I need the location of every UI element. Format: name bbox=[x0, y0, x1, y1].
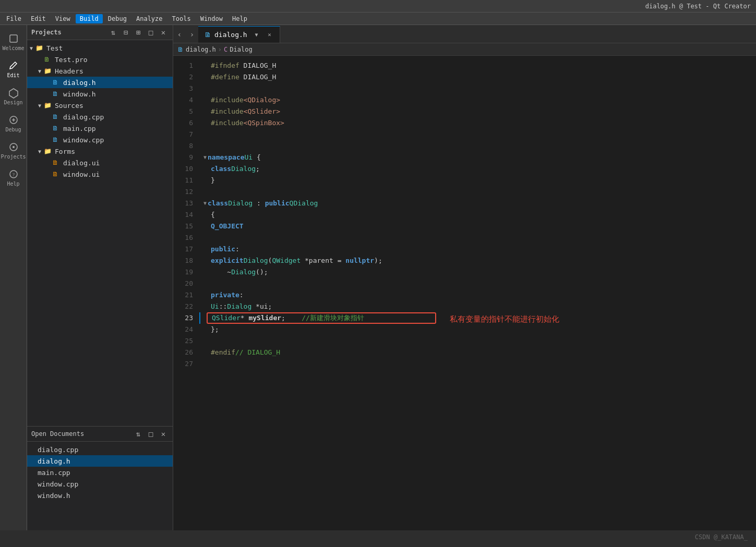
open-docs-list: dialog.cppdialog.hmain.cppwindow.cppwind… bbox=[27, 442, 173, 530]
sidebar-design[interactable]: Design bbox=[2, 83, 25, 108]
sidebar-welcome[interactable]: Welcome bbox=[2, 29, 25, 54]
code-line-4: #include <QDialog> bbox=[199, 94, 756, 106]
tree-header-icons: ⇅ ⊟ ⊞ □ ✕ bbox=[108, 27, 169, 38]
titlebar-text: dialog.h @ Test - Qt Creator bbox=[645, 3, 751, 10]
svg-text:?: ? bbox=[13, 172, 15, 177]
tree-item-Headers[interactable]: ▼📁Headers bbox=[27, 65, 173, 77]
tab-close-icon[interactable]: ✕ bbox=[266, 31, 273, 39]
code-editor[interactable]: 1234567891011121314151617181920212223242… bbox=[173, 56, 756, 530]
editor-area: ‹ › 🗎 dialog.h ▼ ✕ 🗎 dialog.h › C Dialog… bbox=[173, 25, 756, 530]
line-num-10: 10 bbox=[173, 163, 193, 175]
code-line-14: { bbox=[199, 209, 756, 221]
watermark: CSDN @_KATANA_ bbox=[695, 533, 748, 541]
main-layout: WelcomeEditDesignDebugProjects?Help Proj… bbox=[0, 25, 756, 530]
line-num-16: 16 bbox=[173, 232, 193, 244]
line-num-9: 9 bbox=[173, 152, 193, 163]
breadcrumb-class-icon: C bbox=[224, 46, 227, 53]
menu-item-view[interactable]: View bbox=[51, 14, 75, 23]
tree-item-Test[interactable]: ▼📁Test bbox=[27, 42, 173, 54]
menu-item-tools[interactable]: Tools bbox=[168, 14, 195, 23]
menu-item-debug[interactable]: Debug bbox=[104, 14, 131, 23]
line-num-22: 22 bbox=[173, 301, 193, 312]
doc-item-main-cpp[interactable]: main.cpp bbox=[27, 467, 173, 478]
line-num-21: 21 bbox=[173, 289, 193, 301]
code-line-20 bbox=[199, 278, 756, 289]
tree-item-Test-pro[interactable]: 🗎Test.pro bbox=[27, 54, 173, 65]
sidebar-edit[interactable]: Edit bbox=[2, 56, 25, 81]
tree-item-dialog-cpp[interactable]: 🗎dialog.cpp bbox=[27, 111, 173, 123]
doc-item-window-h[interactable]: window.h bbox=[27, 490, 173, 501]
close-panel-icon[interactable]: ✕ bbox=[158, 27, 169, 38]
line-num-25: 25 bbox=[173, 335, 193, 347]
tab-bar: ‹ › 🗎 dialog.h ▼ ✕ bbox=[173, 25, 756, 43]
code-line-6: #include <QSpinBox> bbox=[199, 117, 756, 129]
code-content[interactable]: 私有变量的指针不能进行初始化 #ifndef DIALOG_H#define D… bbox=[199, 56, 756, 530]
code-line-2: #define DIALOG_H bbox=[199, 71, 756, 83]
line-num-27: 27 bbox=[173, 358, 193, 370]
file-tree-panel: Projects ⇅ ⊟ ⊞ □ ✕ ▼📁Test🗎Test.pro▼📁Head… bbox=[27, 25, 173, 530]
sidebar-icons: WelcomeEditDesignDebugProjects?Help bbox=[0, 25, 27, 530]
fold-arrow-13[interactable]: ▼ bbox=[203, 198, 207, 209]
line-num-2: 2 bbox=[173, 71, 193, 83]
code-line-17: public: bbox=[199, 244, 756, 255]
sidebar-help[interactable]: ?Help bbox=[2, 165, 25, 190]
line-num-11: 11 bbox=[173, 175, 193, 186]
line-num-17: 17 bbox=[173, 244, 193, 255]
doc-item-dialog-h[interactable]: dialog.h bbox=[27, 455, 173, 467]
line-num-4: 4 bbox=[173, 94, 193, 106]
open-docs-panel: Open Documents ⇅ □ ✕ dialog.cppdialog.hm… bbox=[27, 426, 173, 530]
tree-item-Sources[interactable]: ▼📁Sources bbox=[27, 100, 173, 111]
tree-item-Forms[interactable]: ▼📁Forms bbox=[27, 145, 173, 157]
open-docs-expand-icon[interactable]: □ bbox=[146, 429, 156, 439]
tree-item-dialog-ui[interactable]: 🗎dialog.ui bbox=[27, 157, 173, 168]
doc-item-dialog-cpp[interactable]: dialog.cpp bbox=[27, 444, 173, 455]
filter-icon[interactable]: ⊟ bbox=[121, 27, 131, 38]
code-line-15: Q_OBJECT bbox=[199, 221, 756, 232]
sidebar-debug[interactable]: Debug bbox=[2, 111, 25, 136]
open-docs-close-icon[interactable]: ✕ bbox=[158, 429, 169, 439]
menu-item-window[interactable]: Window bbox=[196, 14, 227, 23]
svg-rect-0 bbox=[10, 35, 17, 42]
code-line-11: } bbox=[199, 175, 756, 186]
tree-item-dialog-h[interactable]: 🗎dialog.h bbox=[27, 77, 173, 88]
tree-item-window-h[interactable]: 🗎window.h bbox=[27, 88, 173, 100]
menu-item-help[interactable]: Help bbox=[228, 14, 251, 23]
code-line-19: ~Dialog(); bbox=[199, 266, 756, 278]
tab-dialog-h[interactable]: 🗎 dialog.h ▼ ✕ bbox=[198, 26, 280, 43]
sync-icon[interactable]: ⇅ bbox=[108, 27, 118, 38]
line-num-7: 7 bbox=[173, 129, 193, 140]
code-line-3 bbox=[199, 83, 756, 94]
breadcrumb-file: 🗎 bbox=[177, 46, 184, 53]
line-num-18: 18 bbox=[173, 255, 193, 266]
tab-icon: 🗎 bbox=[205, 31, 211, 39]
open-docs-sync-icon[interactable]: ⇅ bbox=[133, 429, 143, 439]
menubar: FileEditViewBuildDebugAnalyzeToolsWindow… bbox=[0, 13, 756, 25]
doc-item-window-cpp[interactable]: window.cpp bbox=[27, 478, 173, 490]
tab-nav-back[interactable]: ‹ bbox=[173, 26, 186, 43]
file-tree-header: Projects ⇅ ⊟ ⊞ □ ✕ bbox=[27, 25, 173, 40]
line-num-24: 24 bbox=[173, 324, 193, 335]
sidebar-projects[interactable]: Projects bbox=[2, 138, 25, 163]
line-num-5: 5 bbox=[173, 106, 193, 117]
breadcrumb-sep: › bbox=[218, 46, 222, 53]
line-num-15: 15 bbox=[173, 221, 193, 232]
menu-item-build[interactable]: Build bbox=[76, 14, 103, 23]
fold-arrow-9[interactable]: ▼ bbox=[203, 152, 207, 163]
tab-dropdown-icon[interactable]: ▼ bbox=[250, 27, 263, 43]
tree-item-main-cpp[interactable]: 🗎main.cpp bbox=[27, 123, 173, 134]
menu-item-edit[interactable]: Edit bbox=[27, 14, 50, 23]
menu-item-analyze[interactable]: Analyze bbox=[132, 14, 167, 23]
link-icon[interactable]: ⊞ bbox=[133, 27, 143, 38]
menu-item-file[interactable]: File bbox=[2, 14, 26, 23]
code-line-27 bbox=[199, 358, 756, 370]
code-line-23: QSlider* mySlider; //新建滑块对象指针 bbox=[199, 312, 756, 324]
tree-item-window-cpp[interactable]: 🗎window.cpp bbox=[27, 134, 173, 145]
expand-icon[interactable]: □ bbox=[146, 27, 156, 38]
line-num-13: 13 bbox=[173, 198, 193, 209]
line-num-6: 6 bbox=[173, 117, 193, 129]
line-num-12: 12 bbox=[173, 186, 193, 198]
tree-item-window-ui[interactable]: 🗎window.ui bbox=[27, 168, 173, 180]
line-num-14: 14 bbox=[173, 209, 193, 221]
svg-marker-1 bbox=[9, 89, 18, 98]
tab-nav-forward[interactable]: › bbox=[186, 26, 198, 43]
